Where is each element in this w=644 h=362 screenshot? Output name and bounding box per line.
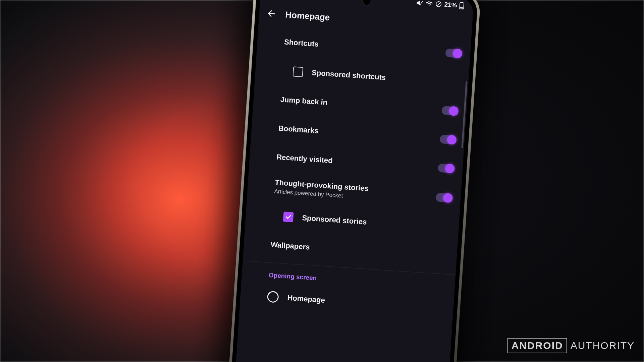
row-label: Homepage [287,294,325,305]
row-label: Shortcuts [284,38,319,49]
arrow-left-icon [267,9,277,19]
watermark: ANDROID AUTHORITY [507,338,635,353]
watermark-brand: ANDROID [507,338,567,353]
battery-percent: 21% [444,1,457,9]
row-label: Sponsored stories [302,214,367,227]
battery-icon [459,2,464,10]
svg-line-0 [420,1,423,5]
wifi-icon [425,0,433,7]
mute-icon [416,0,423,6]
toggle-stories[interactable] [436,193,452,202]
row-label: Sponsored shortcuts [311,68,386,82]
toggle-recently-visited[interactable] [438,163,454,173]
svg-line-6 [268,13,275,14]
row-label: Jump back in [280,95,328,107]
toggle-bookmarks[interactable] [439,135,456,144]
toggle-shortcuts[interactable] [445,48,462,58]
back-button[interactable] [266,8,277,19]
page-title: Homepage [285,9,330,23]
row-label: Recently visited [276,153,333,165]
phone-stage: 2:14 21% [225,0,481,362]
phone-bezel: 2:14 21% [228,0,478,362]
row-label: Wallpapers [270,240,310,252]
do-not-disturb-icon [435,1,442,8]
settings-list[interactable]: Shortcuts Sponsored shortcuts Jump back … [239,24,471,323]
checkbox-sponsored-stories[interactable] [283,212,294,222]
checkbox-sponsored-shortcuts[interactable] [292,66,303,77]
svg-rect-5 [460,7,463,9]
svg-line-2 [437,2,440,6]
radio-homepage[interactable] [267,291,279,303]
phone-frame: 2:14 21% [225,0,481,362]
row-label: Bookmarks [278,124,319,135]
toggle-jump-back-in[interactable] [441,106,458,116]
svg-rect-4 [461,2,463,3]
phone-screen: 2:14 21% [232,0,474,362]
watermark-word: AUTHORITY [571,340,635,351]
check-icon [285,214,291,220]
